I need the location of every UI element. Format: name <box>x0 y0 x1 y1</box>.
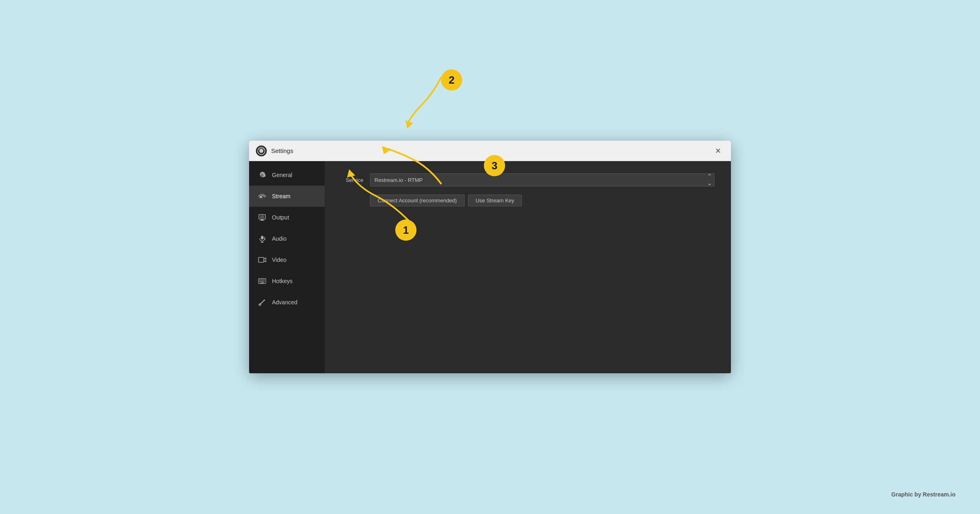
sidebar-label-audio: Audio <box>272 235 287 242</box>
svg-rect-18 <box>261 281 262 282</box>
titlebar: Settings ✕ <box>249 141 731 161</box>
sidebar-item-general[interactable]: General <box>249 164 325 186</box>
advanced-icon <box>257 297 267 307</box>
close-button[interactable]: ✕ <box>712 145 724 157</box>
window-title: Settings <box>271 147 712 154</box>
sidebar-label-output: Output <box>272 214 289 221</box>
sidebar-label-advanced: Advanced <box>272 299 297 306</box>
sidebar-item-video[interactable]: Video <box>249 249 325 270</box>
sidebar-item-hotkeys[interactable]: Hotkeys <box>249 270 325 292</box>
output-icon <box>257 213 267 222</box>
sidebar: General A Stream <box>249 161 325 373</box>
svg-rect-7 <box>260 220 265 221</box>
sidebar-item-stream[interactable]: A Stream <box>249 186 325 207</box>
svg-point-2 <box>259 149 263 153</box>
stream-icon: A <box>257 191 267 201</box>
svg-rect-14 <box>261 280 262 281</box>
hotkeys-icon <box>257 276 267 286</box>
settings-window: Settings ✕ General <box>249 141 731 373</box>
sidebar-item-output[interactable]: Output <box>249 207 325 228</box>
service-label: Service <box>341 177 363 183</box>
svg-marker-27 <box>405 120 413 128</box>
svg-rect-19 <box>262 281 263 282</box>
sidebar-item-advanced[interactable]: Advanced <box>249 292 325 313</box>
sidebar-label-hotkeys: Hotkeys <box>272 278 293 284</box>
svg-rect-8 <box>261 236 263 239</box>
svg-rect-17 <box>259 281 261 282</box>
buttons-row: Connect Account (recommended) Use Stream… <box>370 195 715 206</box>
obs-logo <box>256 145 267 157</box>
window-content: General A Stream <box>249 161 731 373</box>
service-select-wrapper[interactable]: Restream.io - RTMP ⌃⌄ <box>370 173 715 186</box>
svg-rect-5 <box>260 215 264 218</box>
main-panel: Service Restream.io - RTMP ⌃⌄ Connect Ac… <box>325 161 731 373</box>
sidebar-label-stream: Stream <box>272 193 290 199</box>
service-select[interactable]: Restream.io - RTMP <box>370 173 715 186</box>
svg-rect-21 <box>261 283 264 284</box>
watermark: Graphic by Restream.io <box>891 491 956 498</box>
use-stream-key-button[interactable]: Use Stream Key <box>468 195 522 206</box>
gear-icon <box>257 170 267 180</box>
svg-rect-6 <box>261 219 263 220</box>
sidebar-label-video: Video <box>272 257 287 263</box>
audio-icon <box>257 234 267 244</box>
video-icon <box>257 255 267 265</box>
sidebar-label-general: General <box>272 172 292 178</box>
svg-rect-13 <box>259 280 261 281</box>
svg-rect-16 <box>264 280 265 281</box>
service-row: Service Restream.io - RTMP ⌃⌄ <box>341 173 715 186</box>
svg-rect-20 <box>264 281 265 282</box>
sidebar-item-audio[interactable]: Audio <box>249 228 325 249</box>
annotation-badge-2: 2 <box>441 69 462 91</box>
svg-rect-11 <box>258 257 264 262</box>
svg-rect-15 <box>262 280 263 281</box>
connect-account-button[interactable]: Connect Account (recommended) <box>370 195 465 206</box>
